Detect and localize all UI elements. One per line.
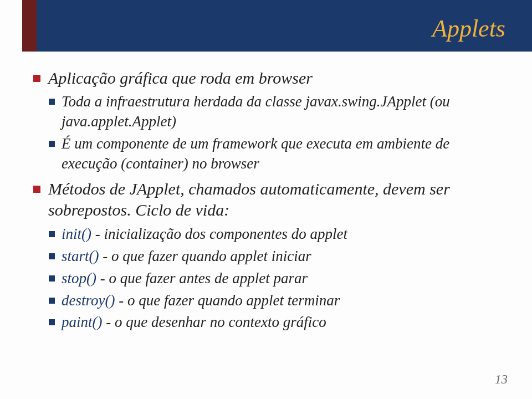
subbullet-text: start() - o que fazer quando applet inic… [62, 247, 311, 267]
method-name: start() [62, 248, 99, 264]
bullet-icon [33, 75, 40, 82]
method-name: paint() [62, 314, 103, 330]
method-desc: - o que desenhar no contexto gráfico [103, 314, 326, 330]
page-number: 13 [495, 372, 508, 387]
method-desc: - o que fazer quando applet terminar [115, 292, 340, 309]
subbullet-icon [49, 231, 55, 237]
subbullet-icon [49, 319, 55, 325]
subbullet-text: init() - inicialização dos componentes d… [62, 224, 347, 244]
bullet-text: Aplicação gráfica que roda em browser [48, 68, 313, 89]
method-name: init() [62, 226, 91, 242]
accent-bar [22, 0, 37, 52]
method-desc: - inicialização dos componentes do apple… [91, 226, 347, 242]
subbullet-text: destroy() - o que fazer quando applet te… [62, 291, 340, 311]
subbullet-icon [49, 253, 55, 259]
bullet-text: Métodos de JApplet, chamados automaticam… [48, 178, 505, 221]
subbullet-text: É um componente de um framework que exec… [62, 134, 505, 174]
subbullet-text: stop() - o que fazer antes de applet par… [62, 269, 308, 289]
method-name: destroy() [62, 292, 115, 309]
bullet-icon [33, 186, 40, 193]
method-desc: - o que fazer quando applet iniciar [99, 248, 311, 264]
subbullet-icon [49, 298, 55, 304]
subbullet-text: paint() - o que desenhar no contexto grá… [62, 313, 326, 332]
subbullet-icon [49, 99, 55, 105]
subbullet-icon [49, 141, 55, 147]
method-name: stop() [62, 270, 96, 287]
slide-content: Aplicação gráfica que roda em browser To… [33, 68, 505, 337]
page-title: Applets [432, 14, 505, 43]
subbullet-icon [49, 275, 55, 282]
method-desc: - o que fazer antes de applet parar [96, 270, 308, 287]
subbullet-text: Toda a infraestrutura herdada da classe … [62, 92, 505, 132]
